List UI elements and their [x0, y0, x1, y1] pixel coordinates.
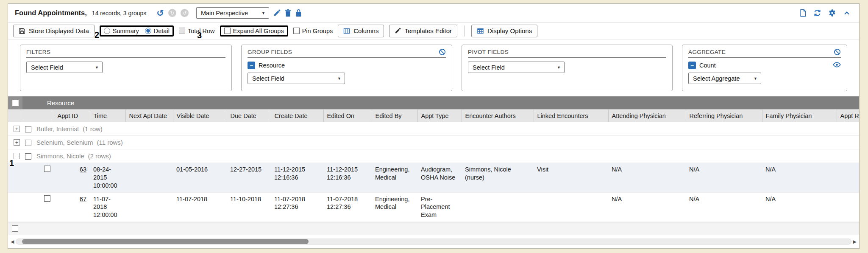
group-field-select[interactable]: Select Field ▼	[248, 73, 345, 84]
expand-toggle-icon[interactable]: +	[14, 139, 20, 146]
column-header[interactable]: Next Apt Date	[125, 110, 173, 122]
column-header[interactable]: Appt Type	[417, 110, 462, 122]
annotation-step-2: 2	[95, 30, 99, 40]
grid-viewport: Appt ID Time Next Apt Date Visible Date …	[8, 109, 859, 222]
undo-icon[interactable]: ↺	[156, 8, 164, 17]
store-displayed-data-button[interactable]: Store Displayed Data	[13, 25, 95, 37]
appt-id-link[interactable]: 63	[80, 166, 86, 173]
cell-appt-type: Pre-Placement Exam	[417, 192, 462, 222]
cell-appt-re	[837, 163, 859, 193]
visibility-eye-icon[interactable]	[833, 62, 841, 69]
group-row: − Simmons, Nicole (2 rows)	[8, 149, 859, 163]
templates-editor-label: Templates Editor	[404, 27, 452, 34]
group-field-label: Resource	[259, 62, 285, 69]
templates-editor-button[interactable]: Templates Editor	[389, 25, 457, 37]
column-header[interactable]: Encounter Authors	[462, 110, 534, 122]
column-header[interactable]: Visible Date	[173, 110, 227, 122]
total-row-checkbox[interactable]	[179, 28, 185, 34]
column-header[interactable]: Appt ID	[54, 110, 90, 122]
aggregate-select[interactable]: Select Aggregate ▼	[688, 73, 761, 84]
cell-edited-by: Engineering, Medical	[372, 192, 417, 222]
group-row: + Selenium, Selenium (11 rows)	[8, 136, 859, 149]
column-header[interactable]: Edited By	[372, 110, 417, 122]
cell-next-apt-date	[125, 163, 173, 193]
summary-radio[interactable]	[104, 28, 110, 34]
columns-button[interactable]: Columns	[338, 25, 384, 37]
group-row: + Butler, Internist (1 row)	[8, 122, 859, 136]
column-header[interactable]: Edited On	[323, 110, 372, 122]
detail-radio[interactable]	[145, 28, 151, 34]
scrollbar-thumb[interactable]	[22, 239, 309, 244]
settings-gear-icon[interactable]	[828, 9, 836, 17]
chevron-down-icon: ▼	[262, 11, 265, 15]
grid-footer-row	[8, 222, 859, 235]
cell-create-date: 11-12-2015 12:16:36	[271, 163, 323, 193]
group-checkbox[interactable]	[25, 126, 31, 132]
summary-radio-option[interactable]: Summary	[104, 28, 139, 34]
column-header[interactable]: Referring Physician	[686, 110, 762, 122]
expand-all-checkbox[interactable]	[224, 28, 231, 34]
column-header[interactable]: Family Physician	[762, 110, 837, 122]
cell-encounter-authors: Simmons, Nicole (nurse)	[462, 163, 534, 193]
aggregate-field-item: − Count	[688, 62, 841, 69]
scroll-left-icon[interactable]: ◀	[11, 239, 14, 244]
scrollbar-track[interactable]	[16, 239, 851, 245]
collapse-toggle-icon[interactable]: −	[14, 153, 20, 159]
appt-id-link[interactable]: 67	[80, 196, 86, 202]
remove-field-icon[interactable]: −	[248, 62, 255, 69]
cell-edited-on: 11-07-2018 12:27:36	[323, 192, 372, 222]
cell-create-date: 11-07-2018 12:27:36	[271, 192, 323, 222]
row-checkbox[interactable]	[44, 195, 50, 202]
collapse-chevron-icon[interactable]	[843, 10, 851, 17]
horizontal-scrollbar: ◀ ▶	[11, 238, 857, 245]
perspective-select[interactable]: Main Perspective ▼	[196, 7, 269, 19]
pivot-field-value: Select Field	[473, 64, 505, 71]
footer-checkbox[interactable]	[12, 225, 18, 232]
group-checkbox[interactable]	[25, 153, 31, 160]
clear-group-fields-icon[interactable]	[439, 48, 446, 56]
row-checkbox[interactable]	[44, 166, 50, 172]
pin-groups-label: Pin Groups	[302, 28, 333, 34]
filters-field-select[interactable]: Select Field ▼	[26, 62, 103, 73]
table-row: 67 11-07-2018 12:00:00 11-07-2018 11-10-…	[8, 192, 859, 222]
pin-groups-checkbox[interactable]	[293, 28, 300, 34]
column-header[interactable]: Linked Encounters	[534, 110, 608, 122]
detail-radio-option[interactable]: Detail	[145, 28, 170, 34]
annotation-step-1: 1	[9, 158, 14, 168]
toolbar-divider	[464, 25, 465, 37]
column-header[interactable]: Appt Re	[837, 110, 859, 122]
refresh-icon[interactable]	[813, 9, 821, 17]
cell-edited-by: Engineering, Medical	[372, 163, 417, 193]
group-checkbox[interactable]	[25, 140, 31, 146]
record-count: 14 records, 3 groups	[92, 10, 146, 17]
select-all-checkbox[interactable]	[12, 100, 19, 106]
cell-appt-re	[837, 192, 859, 222]
pivot-field-select[interactable]: Select Field ▼	[468, 62, 565, 73]
expand-toggle-icon[interactable]: +	[14, 126, 20, 132]
clear-aggregate-icon[interactable]	[834, 48, 841, 56]
delete-perspective-icon[interactable]	[285, 9, 291, 17]
cell-due-date: 12-27-2015	[227, 163, 271, 193]
display-options-button[interactable]: Display Options	[471, 25, 537, 37]
pin-groups-option[interactable]: Pin Groups	[293, 28, 333, 34]
group-count: (2 rows)	[88, 152, 111, 160]
expand-all-option[interactable]: Expand All Groups	[224, 28, 284, 34]
column-header[interactable]: Create Date	[271, 110, 323, 122]
lock-icon[interactable]	[295, 9, 302, 17]
scroll-right-icon[interactable]: ▶	[853, 239, 857, 244]
document-icon[interactable]	[799, 9, 807, 17]
cell-attending-physician: N/A	[608, 192, 686, 222]
aggregate-panel: AGGREGATE − Count Select Aggregate ▼	[682, 45, 847, 91]
column-header[interactable]: Due Date	[227, 110, 271, 122]
cell-referring-physician: N/A	[686, 192, 762, 222]
group-bar-label: Resource	[47, 99, 74, 107]
column-header[interactable]: Time	[90, 110, 125, 122]
cell-attending-physician: N/A	[608, 163, 686, 193]
store-button-label: Store Displayed Data	[29, 27, 89, 34]
pivot-fields-title: PIVOT FIELDS	[468, 49, 509, 55]
cell-referring-physician: N/A	[686, 163, 762, 193]
display-options-label: Display Options	[487, 27, 532, 34]
remove-field-icon[interactable]: −	[688, 62, 696, 69]
column-header[interactable]: Attending Physician	[608, 110, 686, 122]
edit-perspective-icon[interactable]	[273, 9, 281, 17]
